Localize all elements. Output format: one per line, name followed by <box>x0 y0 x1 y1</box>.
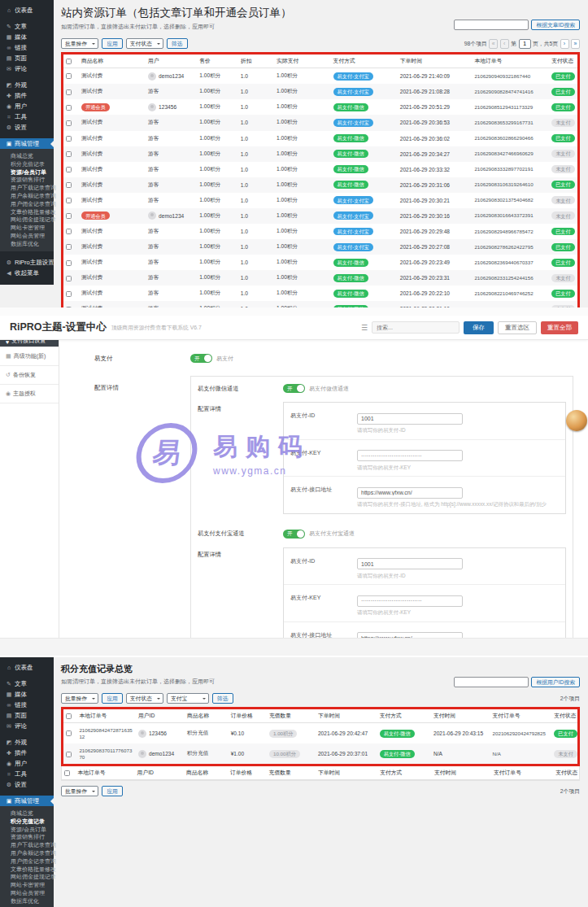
submenu-item[interactable]: 用户佣金记录查询 <box>0 200 54 208</box>
sidebar-item-links[interactable]: ∞链接 <box>0 700 54 710</box>
next-page-button[interactable]: › <box>560 39 569 49</box>
row-checkbox[interactable] <box>66 167 72 172</box>
alipay-channel-toggle[interactable]: 开 <box>283 530 305 539</box>
settings-nav-item[interactable]: ◉主题授权 <box>0 385 59 403</box>
row-checkbox[interactable] <box>66 105 72 111</box>
bulk-action-select[interactable]: 批量操作 <box>61 38 98 49</box>
row-checkbox[interactable] <box>66 182 72 188</box>
submenu-item[interactable]: 积分充值记录 <box>0 818 54 826</box>
submenu-item[interactable]: 用户余额记录查询 <box>0 849 54 857</box>
search-input[interactable] <box>454 20 529 30</box>
settings-nav-item[interactable]: ♥支付接口设置 <box>0 340 59 347</box>
sidebar-item-links[interactable]: ∞链接 <box>0 42 54 53</box>
product-name[interactable]: 测试付费 <box>81 166 102 172</box>
sidebar-item-appearance[interactable]: ◩外观 <box>0 80 54 90</box>
settings-search-input[interactable] <box>372 321 460 334</box>
product-name[interactable]: 测试付费 <box>81 181 102 187</box>
sidebar-item-settings[interactable]: ⚙设置 <box>0 122 54 133</box>
product-name[interactable]: 测试付费 <box>81 135 102 141</box>
bulk-action-select[interactable]: 批量操作 <box>61 693 98 704</box>
current-page-input[interactable] <box>519 39 531 49</box>
sidebar-item-plugins[interactable]: ✚插件 <box>0 748 54 758</box>
row-checkbox[interactable] <box>64 770 70 776</box>
sidebar-item-pages[interactable]: ▤页面 <box>0 53 54 63</box>
row-checkbox[interactable] <box>66 120 72 126</box>
pay-status-select[interactable]: 支付状态 <box>126 693 163 704</box>
last-page-button[interactable]: » <box>571 39 580 49</box>
row-checkbox[interactable] <box>66 713 72 719</box>
field-input[interactable] <box>357 450 463 461</box>
sidebar-item-tools[interactable]: ⌗工具 <box>0 769 54 779</box>
settings-nav-item[interactable]: ▦高级功能(新) <box>0 347 59 366</box>
pay-channel-select[interactable]: 支付宝 <box>167 693 209 704</box>
row-checkbox[interactable] <box>66 276 72 281</box>
sidebar-item-appearance[interactable]: ◩外观 <box>0 737 54 748</box>
sidebar-item-posts[interactable]: ✎文章 <box>0 21 54 32</box>
row-checkbox[interactable] <box>66 73 72 79</box>
row-checkbox[interactable] <box>66 198 72 203</box>
submenu-item[interactable]: 用户余额记录查询 <box>0 192 54 200</box>
submenu-item[interactable]: 资源销售排行 <box>0 833 54 841</box>
row-checkbox[interactable] <box>66 752 72 757</box>
bulk-action-select[interactable]: 批量操作 <box>61 786 98 796</box>
submenu-item[interactable]: 网站卡密管理 <box>0 224 54 232</box>
reset-all-button[interactable]: 重置全部 <box>541 321 578 334</box>
submenu-item[interactable]: 网站会员管理 <box>0 889 54 897</box>
field-input[interactable] <box>357 558 463 569</box>
sidebar-item-settings[interactable]: ⚙设置 <box>0 779 54 790</box>
submenu-item[interactable]: 数据库优化 <box>0 897 54 905</box>
field-input[interactable] <box>357 595 463 607</box>
sidebar-item-media[interactable]: ▦媒体 <box>0 689 54 700</box>
submenu-item[interactable]: 用户下载记录查询 <box>0 841 54 849</box>
submenu-item[interactable]: 资源/会员订单 <box>0 168 54 177</box>
row-checkbox[interactable] <box>66 213 72 219</box>
wechat-channel-toggle[interactable]: 开 <box>283 384 305 393</box>
pay-status-select[interactable]: 支付状态 <box>126 38 163 49</box>
submenu-item[interactable]: 网站佣金提现记录 <box>0 216 54 224</box>
product-name[interactable]: 测试付费 <box>81 72 102 78</box>
search-input[interactable] <box>454 677 529 687</box>
row-checkbox[interactable] <box>66 307 72 307</box>
submenu-item[interactable]: 网站佣金提现记录 <box>0 873 54 881</box>
search-by-user-id-button[interactable]: 根据用户ID搜索 <box>531 677 580 687</box>
submenu-item[interactable]: 用户佣金记录查询 <box>0 857 54 866</box>
filter-button[interactable]: 筛选 <box>167 38 188 49</box>
sidebar-item-users[interactable]: ◉用户 <box>0 101 54 111</box>
submenu-item[interactable]: 用户下载记录查询 <box>0 184 54 192</box>
product-name[interactable]: 测试付费 <box>81 119 102 124</box>
reset-section-button[interactable]: 重置选区 <box>498 321 537 334</box>
submenu-item[interactable]: 资源销售排行 <box>0 176 54 184</box>
sidebar-item-posts[interactable]: ✎文章 <box>0 678 54 689</box>
row-checkbox[interactable] <box>66 291 72 297</box>
product-name[interactable]: 测试付费 <box>81 243 102 249</box>
menu-icon[interactable]: ☰ <box>361 324 368 332</box>
settings-nav-item[interactable]: ↺备份恢复 <box>0 366 59 385</box>
product-name[interactable]: 测试付费 <box>81 259 102 264</box>
row-checkbox[interactable] <box>66 136 72 142</box>
field-input[interactable] <box>357 487 463 499</box>
apply-button[interactable]: 应用 <box>102 38 123 49</box>
sidebar-item-pages[interactable]: ▤页面 <box>0 710 54 721</box>
product-name[interactable]: 测试付费 <box>81 228 102 233</box>
sidebar-item-plugins[interactable]: ✚插件 <box>0 90 54 101</box>
row-checkbox[interactable] <box>66 730 72 736</box>
product-name[interactable]: 测试付费 <box>81 274 102 280</box>
submenu-item[interactable]: 资源/会员订单 <box>0 826 54 834</box>
row-checkbox[interactable] <box>66 229 72 234</box>
submenu-item[interactable]: 网站会员管理 <box>0 232 54 240</box>
row-checkbox[interactable] <box>66 260 72 266</box>
sidebar-item-comments[interactable]: ✉评论 <box>0 721 54 731</box>
sidebar-item-ripro-settings[interactable]: ⚙RiPro主题设置 <box>0 257 54 268</box>
save-button[interactable]: 保存 <box>464 321 494 334</box>
product-name[interactable]: 测试付费 <box>81 197 102 203</box>
sidebar-item-media[interactable]: ▦媒体 <box>0 32 54 42</box>
row-checkbox[interactable] <box>66 59 72 64</box>
prev-page-button[interactable]: ‹ <box>500 39 509 49</box>
apply-button[interactable]: 应用 <box>102 786 123 796</box>
submenu-item[interactable]: 商城总览 <box>0 809 54 818</box>
sidebar-item-users[interactable]: ◉用户 <box>0 758 54 769</box>
product-name[interactable]: 测试付费 <box>81 150 102 156</box>
sidebar-item-mall[interactable]: ▣商城管理 <box>0 138 54 149</box>
apply-button[interactable]: 应用 <box>102 693 123 704</box>
search-by-post-id-button[interactable]: 根据文章ID搜索 <box>531 20 580 30</box>
